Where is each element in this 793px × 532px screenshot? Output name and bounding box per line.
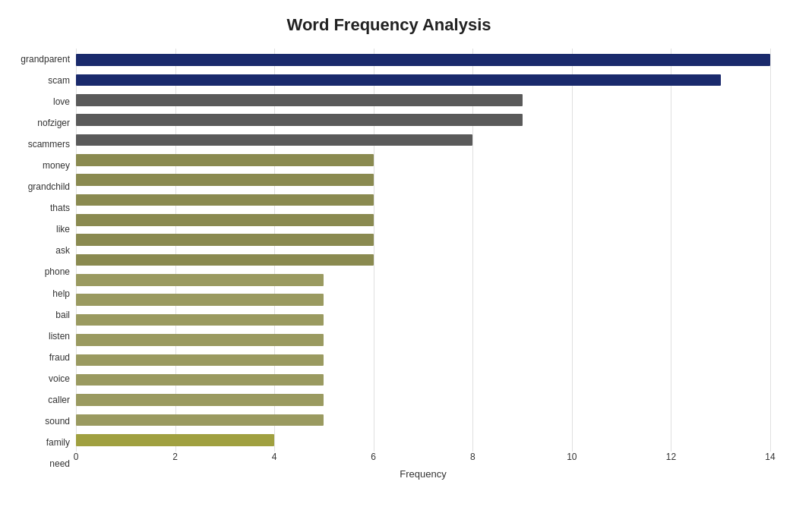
grid-line-14: [770, 49, 771, 452]
bar-row-bail: [76, 290, 770, 310]
bar-row-listen: [76, 310, 770, 329]
x-tick-0: 0: [74, 452, 79, 462]
y-label-ask: ask: [55, 246, 70, 255]
bar-caller: [76, 374, 324, 386]
x-axis-title: Frequency: [76, 468, 770, 480]
x-tick-2: 2: [172, 452, 178, 462]
bar-thats: [76, 194, 374, 206]
y-label-love: love: [53, 97, 70, 106]
y-labels: grandparentscamlovenofzigerscammersmoney…: [8, 49, 76, 474]
x-tick-12: 12: [666, 452, 676, 462]
bar-row-caller: [76, 370, 770, 390]
grid-and-bars: [76, 49, 770, 452]
bar-ask: [76, 234, 374, 246]
y-label-fraud: fraud: [49, 353, 70, 362]
bar-help: [76, 274, 324, 286]
y-label-money: money: [43, 161, 70, 170]
x-tick-8: 8: [470, 452, 475, 462]
bars-wrapper: [76, 49, 770, 452]
y-label-sound: sound: [45, 417, 70, 426]
y-label-nofziger: nofziger: [37, 118, 70, 127]
chart-container: Word Frequency Analysis grandparentscaml…: [0, 0, 793, 532]
bar-scam: [76, 74, 721, 87]
y-label-grandchild: grandchild: [28, 182, 70, 191]
bar-phone: [76, 254, 374, 266]
y-label-listen: listen: [49, 332, 70, 341]
bar-bail: [76, 294, 324, 306]
y-label-grandparent: grandparent: [21, 55, 70, 64]
chart-area: grandparentscamlovenofzigerscammersmoney…: [8, 49, 770, 474]
bar-row-need: [76, 430, 770, 450]
bar-sound: [76, 394, 324, 406]
bar-row-scammers: [76, 130, 770, 150]
bar-row-voice: [76, 350, 770, 370]
bar-nofziger: [76, 114, 523, 126]
x-tick-10: 10: [567, 452, 577, 462]
x-tick-14: 14: [765, 452, 775, 462]
bar-row-like: [76, 210, 770, 230]
x-axis: 02468101214 Frequency: [76, 452, 770, 474]
bar-row-money: [76, 150, 770, 170]
x-tick-6: 6: [371, 452, 376, 462]
bar-grandchild: [76, 174, 374, 186]
bar-grandparent: [76, 54, 770, 66]
bar-listen: [76, 314, 324, 326]
y-label-help: help: [52, 289, 70, 298]
y-label-need: need: [49, 459, 70, 468]
bar-row-ask: [76, 230, 770, 250]
bar-row-help: [76, 270, 770, 290]
bar-row-thats: [76, 190, 770, 209]
y-label-scam: scam: [48, 76, 70, 85]
bar-family: [76, 414, 324, 427]
bar-money: [76, 154, 374, 166]
bar-fraud: [76, 334, 324, 346]
bar-like: [76, 214, 374, 226]
bar-scammers: [76, 134, 472, 146]
bar-love: [76, 94, 523, 106]
y-label-voice: voice: [49, 374, 70, 383]
x-tick-4: 4: [272, 452, 277, 462]
bar-row-sound: [76, 390, 770, 410]
bar-row-fraud: [76, 330, 770, 350]
bar-row-grandparent: [76, 50, 770, 70]
y-label-scammers: scammers: [28, 140, 70, 149]
y-label-caller: caller: [48, 395, 70, 405]
bar-row-love: [76, 90, 770, 110]
y-label-bail: bail: [55, 310, 70, 320]
bar-voice: [76, 354, 324, 367]
chart-title: Word Frequency Analysis: [8, 15, 770, 35]
bar-row-phone: [76, 250, 770, 269]
bar-row-nofziger: [76, 110, 770, 130]
y-label-phone: phone: [45, 267, 70, 276]
bar-need: [76, 434, 274, 446]
bars-and-grid: 02468101214 Frequency: [76, 49, 770, 474]
bar-row-scam: [76, 70, 770, 90]
y-label-thats: thats: [50, 203, 70, 212]
y-label-family: family: [46, 438, 70, 447]
bar-row-grandchild: [76, 170, 770, 190]
bar-row-family: [76, 410, 770, 430]
y-label-like: like: [56, 225, 70, 234]
